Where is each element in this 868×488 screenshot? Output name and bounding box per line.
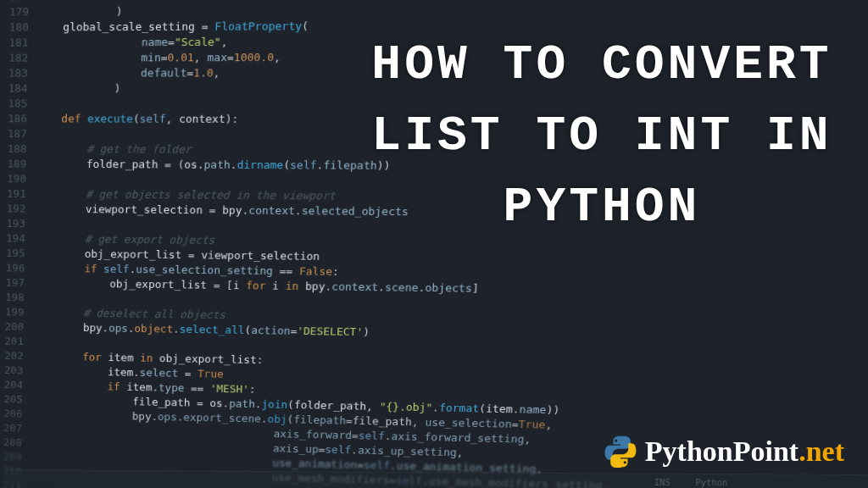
headline-text: HOW TO CONVERT LIST TO INT IN PYTHON [348,30,856,243]
line-number: 183 [6,66,36,81]
line-number: 194 [4,231,34,247]
line-number: 191 [4,186,34,202]
line-number: 185 [6,97,36,112]
line-number: 199 [3,305,32,320]
line-number: 182 [7,51,36,66]
line-number: 195 [3,246,33,261]
line-number: 179 [7,4,37,19]
line-number: 202 [3,348,32,363]
status-lang: Python [695,478,728,488]
python-logo-icon [603,434,638,469]
line-number: 198 [3,290,33,305]
line-number: 200 [3,319,32,335]
line-number: 209 [1,450,30,465]
brand-badge: PythonPoint.net [603,434,844,469]
brand-name-text: PythonPoint [645,435,798,467]
line-number: 190 [5,171,35,186]
status-mode: INS [654,478,670,487]
line-number: 207 [1,421,30,436]
line-number: 187 [5,126,35,141]
line-number: 184 [6,81,36,97]
line-number: 206 [2,407,31,422]
line-number: 205 [2,392,31,408]
line-number: 188 [5,141,35,157]
line-number: 201 [3,334,32,349]
line-number: 192 [4,202,34,217]
line-number: 196 [3,261,33,276]
line-number: 181 [7,35,37,50]
line-number: 193 [4,216,34,231]
brand-tld-text: .net [798,435,844,467]
line-number: 204 [2,378,31,393]
brand-name: PythonPoint.net [645,435,844,468]
line-number: 189 [5,157,35,172]
line-number: 186 [6,111,36,126]
line-number: 208 [1,435,30,451]
line-number: 203 [2,363,31,379]
line-number: 197 [3,275,33,291]
line-number: 180 [7,19,37,35]
